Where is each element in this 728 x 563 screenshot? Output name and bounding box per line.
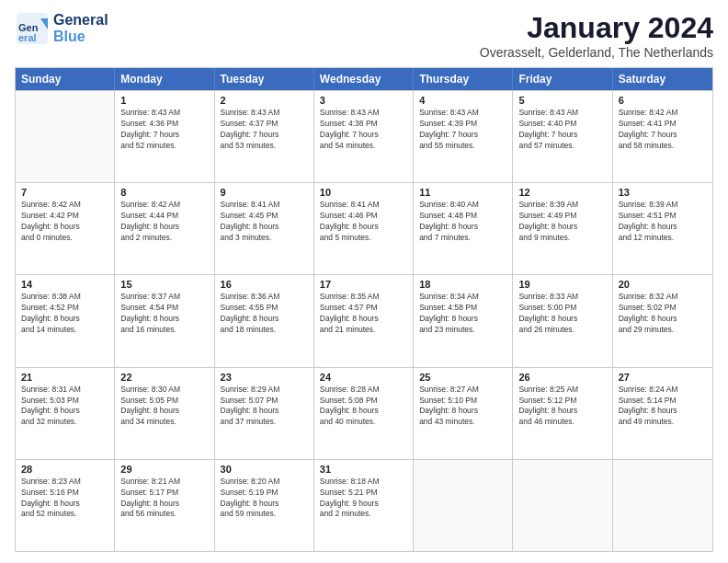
day-cell-29: 29Sunrise: 8:21 AMSunset: 5:17 PMDayligh… — [115, 460, 214, 551]
logo-general: General — [53, 12, 108, 29]
day-cell-13: 13Sunrise: 8:39 AMSunset: 4:51 PMDayligh… — [613, 183, 712, 274]
day-number: 27 — [619, 372, 707, 383]
day-number: 4 — [419, 95, 506, 106]
calendar: SundayMondayTuesdayWednesdayThursdayFrid… — [15, 67, 713, 552]
day-number: 10 — [320, 187, 407, 198]
day-cell-27: 27Sunrise: 8:24 AMSunset: 5:14 PMDayligh… — [613, 368, 712, 459]
day-info: Sunrise: 8:24 AMSunset: 5:14 PMDaylight:… — [619, 385, 707, 429]
day-cell-12: 12Sunrise: 8:39 AMSunset: 4:49 PMDayligh… — [513, 183, 612, 274]
day-info: Sunrise: 8:23 AMSunset: 5:16 PMDaylight:… — [21, 477, 108, 521]
day-number: 19 — [518, 279, 606, 290]
day-cell-17: 17Sunrise: 8:35 AMSunset: 4:57 PMDayligh… — [314, 275, 414, 366]
logo-blue: Blue — [53, 29, 108, 45]
day-cell-16: 16Sunrise: 8:36 AMSunset: 4:55 PMDayligh… — [215, 275, 314, 366]
day-cell-4: 4Sunrise: 8:43 AMSunset: 4:39 PMDaylight… — [414, 91, 513, 182]
logo: Gen eral General Blue — [15, 11, 108, 46]
day-info: Sunrise: 8:18 AMSunset: 5:21 PMDaylight:… — [320, 477, 407, 521]
day-cell-19: 19Sunrise: 8:33 AMSunset: 5:00 PMDayligh… — [513, 275, 612, 366]
day-number: 23 — [221, 372, 308, 383]
svg-text:eral: eral — [18, 32, 37, 43]
day-number: 24 — [320, 372, 407, 383]
day-cell-20: 20Sunrise: 8:32 AMSunset: 5:02 PMDayligh… — [613, 275, 712, 366]
day-cell-1: 1Sunrise: 8:43 AMSunset: 4:36 PMDaylight… — [115, 91, 214, 182]
day-number: 17 — [320, 279, 407, 290]
day-cell-28: 28Sunrise: 8:23 AMSunset: 5:16 PMDayligh… — [16, 460, 115, 551]
weekday-header-saturday: Saturday — [613, 68, 712, 90]
day-info: Sunrise: 8:33 AMSunset: 5:00 PMDaylight:… — [518, 292, 606, 336]
day-cell-5: 5Sunrise: 8:43 AMSunset: 4:40 PMDaylight… — [513, 91, 612, 182]
day-cell-11: 11Sunrise: 8:40 AMSunset: 4:48 PMDayligh… — [414, 183, 513, 274]
day-number: 1 — [120, 95, 208, 106]
day-number: 22 — [120, 372, 208, 383]
day-number: 28 — [21, 464, 108, 475]
day-number: 5 — [518, 95, 606, 106]
day-info: Sunrise: 8:34 AMSunset: 4:58 PMDaylight:… — [419, 292, 506, 336]
day-info: Sunrise: 8:43 AMSunset: 4:39 PMDaylight:… — [419, 108, 506, 152]
day-cell-18: 18Sunrise: 8:34 AMSunset: 4:58 PMDayligh… — [414, 275, 513, 366]
day-cell-empty-4-6 — [613, 460, 712, 551]
calendar-row-4: 21Sunrise: 8:31 AMSunset: 5:03 PMDayligh… — [16, 367, 712, 459]
header: Gen eral General Blue January 2024 Overa… — [15, 11, 713, 60]
day-number: 29 — [120, 464, 208, 475]
day-cell-26: 26Sunrise: 8:25 AMSunset: 5:12 PMDayligh… — [513, 368, 612, 459]
day-cell-14: 14Sunrise: 8:38 AMSunset: 4:52 PMDayligh… — [16, 275, 115, 366]
calendar-header: SundayMondayTuesdayWednesdayThursdayFrid… — [16, 68, 712, 90]
calendar-row-3: 14Sunrise: 8:38 AMSunset: 4:52 PMDayligh… — [16, 274, 712, 366]
day-info: Sunrise: 8:20 AMSunset: 5:19 PMDaylight:… — [221, 477, 308, 521]
day-info: Sunrise: 8:36 AMSunset: 4:55 PMDaylight:… — [221, 292, 308, 336]
page: Gen eral General Blue January 2024 Overa… — [0, 0, 728, 563]
day-info: Sunrise: 8:43 AMSunset: 4:38 PMDaylight:… — [320, 108, 407, 152]
day-info: Sunrise: 8:41 AMSunset: 4:46 PMDaylight:… — [320, 200, 407, 244]
day-cell-22: 22Sunrise: 8:30 AMSunset: 5:05 PMDayligh… — [115, 368, 214, 459]
day-cell-7: 7Sunrise: 8:42 AMSunset: 4:42 PMDaylight… — [16, 183, 115, 274]
day-info: Sunrise: 8:40 AMSunset: 4:48 PMDaylight:… — [419, 200, 506, 244]
day-cell-8: 8Sunrise: 8:42 AMSunset: 4:44 PMDaylight… — [115, 183, 214, 274]
day-number: 26 — [518, 372, 606, 383]
day-number: 11 — [419, 187, 506, 198]
day-cell-6: 6Sunrise: 8:42 AMSunset: 4:41 PMDaylight… — [613, 91, 712, 182]
day-number: 7 — [21, 187, 108, 198]
month-title: January 2024 — [480, 11, 713, 45]
day-cell-10: 10Sunrise: 8:41 AMSunset: 4:46 PMDayligh… — [314, 183, 414, 274]
day-number: 8 — [120, 187, 208, 198]
weekday-header-wednesday: Wednesday — [314, 68, 414, 90]
calendar-row-1: 1Sunrise: 8:43 AMSunset: 4:36 PMDaylight… — [16, 90, 712, 182]
day-number: 16 — [221, 279, 308, 290]
day-info: Sunrise: 8:28 AMSunset: 5:08 PMDaylight:… — [320, 385, 407, 429]
location-subtitle: Overasselt, Gelderland, The Netherlands — [480, 45, 713, 60]
day-info: Sunrise: 8:39 AMSunset: 4:51 PMDaylight:… — [619, 200, 707, 244]
day-number: 12 — [518, 187, 606, 198]
calendar-row-5: 28Sunrise: 8:23 AMSunset: 5:16 PMDayligh… — [16, 459, 712, 551]
day-info: Sunrise: 8:21 AMSunset: 5:17 PMDaylight:… — [120, 477, 208, 521]
day-info: Sunrise: 8:42 AMSunset: 4:42 PMDaylight:… — [21, 200, 108, 244]
day-info: Sunrise: 8:41 AMSunset: 4:45 PMDaylight:… — [221, 200, 308, 244]
day-number: 6 — [619, 95, 707, 106]
day-cell-30: 30Sunrise: 8:20 AMSunset: 5:19 PMDayligh… — [215, 460, 314, 551]
calendar-row-2: 7Sunrise: 8:42 AMSunset: 4:42 PMDaylight… — [16, 182, 712, 274]
day-info: Sunrise: 8:38 AMSunset: 4:52 PMDaylight:… — [21, 292, 108, 336]
title-block: January 2024 Overasselt, Gelderland, The… — [480, 11, 713, 60]
weekday-header-sunday: Sunday — [16, 68, 115, 90]
day-cell-empty-4-4 — [414, 460, 513, 551]
day-info: Sunrise: 8:27 AMSunset: 5:10 PMDaylight:… — [419, 385, 506, 429]
calendar-body: 1Sunrise: 8:43 AMSunset: 4:36 PMDaylight… — [16, 90, 712, 551]
day-info: Sunrise: 8:43 AMSunset: 4:40 PMDaylight:… — [518, 108, 606, 152]
day-cell-31: 31Sunrise: 8:18 AMSunset: 5:21 PMDayligh… — [314, 460, 414, 551]
day-info: Sunrise: 8:29 AMSunset: 5:07 PMDaylight:… — [221, 385, 308, 429]
day-number: 31 — [320, 464, 407, 475]
weekday-header-friday: Friday — [513, 68, 612, 90]
day-cell-2: 2Sunrise: 8:43 AMSunset: 4:37 PMDaylight… — [215, 91, 314, 182]
day-number: 14 — [21, 279, 108, 290]
day-info: Sunrise: 8:39 AMSunset: 4:49 PMDaylight:… — [518, 200, 606, 244]
day-number: 15 — [120, 279, 208, 290]
day-cell-21: 21Sunrise: 8:31 AMSunset: 5:03 PMDayligh… — [16, 368, 115, 459]
day-info: Sunrise: 8:42 AMSunset: 4:44 PMDaylight:… — [120, 200, 208, 244]
weekday-header-monday: Monday — [115, 68, 214, 90]
day-info: Sunrise: 8:35 AMSunset: 4:57 PMDaylight:… — [320, 292, 407, 336]
day-info: Sunrise: 8:30 AMSunset: 5:05 PMDaylight:… — [120, 385, 208, 429]
day-info: Sunrise: 8:43 AMSunset: 4:37 PMDaylight:… — [221, 108, 308, 152]
day-number: 9 — [221, 187, 308, 198]
day-number: 3 — [320, 95, 407, 106]
day-info: Sunrise: 8:37 AMSunset: 4:54 PMDaylight:… — [120, 292, 208, 336]
day-number: 21 — [21, 372, 108, 383]
